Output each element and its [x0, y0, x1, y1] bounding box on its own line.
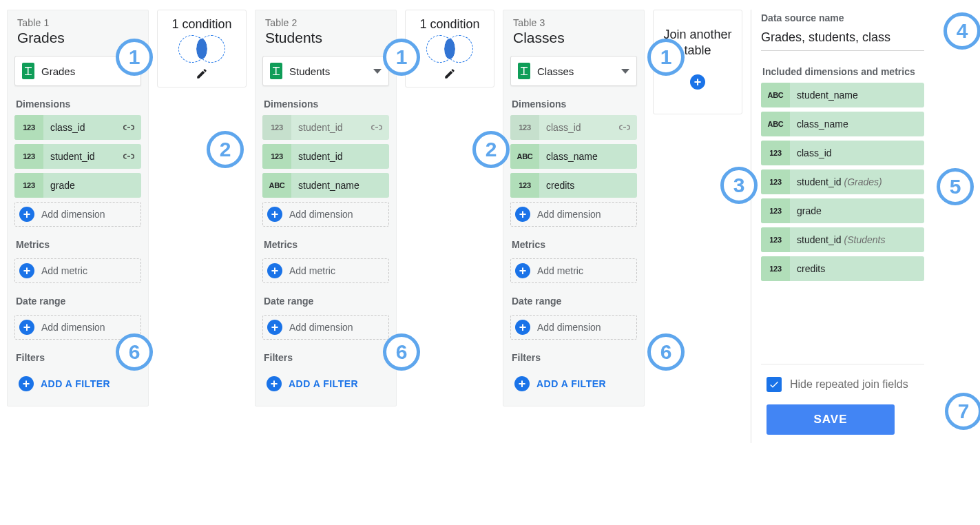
field-chip[interactable]: 123credits: [510, 173, 637, 198]
field-name: student_id (Grades): [790, 176, 924, 187]
field-type-icon: 123: [761, 256, 790, 281]
field-chip[interactable]: 123student_id: [262, 115, 389, 140]
field-chip[interactable]: 123class_id: [14, 115, 141, 140]
section-daterange: Date range: [503, 283, 644, 312]
add-row-label: Add dimension: [41, 209, 105, 220]
table-name: Classes: [513, 30, 634, 46]
field-name: student_id: [291, 151, 389, 162]
field-chip[interactable]: 123student_id: [14, 144, 141, 169]
save-button[interactable]: SAVE: [767, 404, 895, 435]
join-another-label: Join another table: [658, 27, 738, 59]
join-condition-title: 1 condition: [419, 17, 479, 32]
sheets-icon: [22, 63, 34, 79]
plus-icon: +: [515, 263, 530, 278]
add-row-label: Add dimension: [289, 322, 353, 333]
link-icon: [619, 124, 630, 131]
link-icon: [123, 153, 134, 160]
field-chip[interactable]: ABCstudent_name: [262, 173, 389, 198]
section-metrics: Metrics: [256, 227, 396, 256]
section-metrics: Metrics: [503, 227, 644, 256]
field-type-icon: ABC: [262, 173, 291, 198]
sheets-icon: [270, 63, 282, 79]
join-condition-title: 1 condition: [171, 17, 231, 32]
source-name: Classes: [537, 65, 614, 77]
add-row-label: Add dimension: [289, 209, 353, 220]
field-chip: 123student_id (Grades): [761, 169, 924, 194]
join-condition[interactable]: 1 condition: [405, 10, 494, 88]
table-name: Grades: [17, 30, 138, 46]
source-select[interactable]: Classes: [510, 56, 637, 86]
field-type-icon: 123: [761, 227, 790, 252]
table-card: Table 2StudentsStudentsDimensions123stud…: [255, 10, 397, 406]
field-name: class_name: [539, 151, 637, 162]
field-name: class_id: [790, 147, 924, 158]
add-filter-button[interactable]: +ADD A FILTER: [262, 371, 389, 396]
add-filter-label: ADD A FILTER: [536, 378, 606, 389]
section-daterange: Date range: [8, 283, 148, 312]
add-row-label: Add metric: [289, 265, 335, 276]
plus-icon: +: [267, 376, 282, 391]
edit-icon: [444, 68, 456, 80]
field-chip: 123grade: [761, 198, 924, 223]
chevron-down-icon: [621, 69, 629, 74]
add-row[interactable]: +Add metric: [510, 258, 637, 283]
source-select[interactable]: Students: [262, 56, 389, 86]
field-type-icon: 123: [761, 141, 790, 165]
section-filters: Filters: [503, 340, 644, 369]
add-filter-button[interactable]: +ADD A FILTER: [510, 371, 637, 396]
field-type-icon: 123: [510, 115, 539, 140]
section-dimensions: Dimensions: [256, 86, 396, 115]
source-name: Grades: [41, 65, 118, 77]
add-row[interactable]: +Add dimension: [262, 315, 389, 340]
add-row[interactable]: +Add dimension: [14, 315, 141, 340]
field-chip: 123credits: [761, 256, 924, 281]
field-name: student_id: [43, 151, 123, 162]
add-row[interactable]: +Add dimension: [510, 315, 637, 340]
plus-icon: +: [515, 207, 530, 222]
join-condition[interactable]: 1 condition: [157, 10, 247, 88]
add-filter-label: ADD A FILTER: [41, 378, 110, 389]
field-type-icon: 123: [14, 144, 43, 169]
add-row-label: Add dimension: [41, 322, 105, 333]
section-filters: Filters: [256, 340, 396, 369]
section-metrics: Metrics: [8, 227, 148, 256]
add-row[interactable]: +Add dimension: [510, 202, 637, 227]
datasource-name-input[interactable]: [761, 28, 924, 51]
field-name: student_name: [790, 90, 924, 101]
field-type-icon: 123: [761, 169, 790, 194]
sheets-icon: [518, 63, 530, 79]
add-row[interactable]: +Add metric: [14, 258, 141, 283]
add-row[interactable]: +Add dimension: [262, 202, 389, 227]
hide-repeated-checkbox[interactable]: Hide repeated join fields: [767, 377, 919, 392]
plus-icon: +: [690, 74, 705, 90]
add-row[interactable]: +Add dimension: [14, 202, 141, 227]
field-chip[interactable]: 123student_id: [262, 144, 389, 169]
add-row-label: Add dimension: [537, 322, 601, 333]
field-type-icon: 123: [262, 115, 291, 140]
field-chip[interactable]: 123grade: [14, 173, 141, 198]
venn-icon: [426, 34, 473, 63]
add-row-label: Add metric: [41, 265, 87, 276]
plus-icon: +: [267, 207, 282, 222]
join-another-button[interactable]: Join another table+: [653, 10, 742, 114]
field-chip: ABCstudent_name: [761, 83, 924, 107]
field-name: grade: [790, 205, 924, 216]
link-icon: [123, 124, 134, 131]
plus-icon: +: [19, 207, 34, 222]
source-select[interactable]: Grades: [14, 56, 141, 86]
datasource-name-label: Data source name: [761, 12, 924, 23]
field-type-icon: 123: [14, 173, 43, 198]
field-chip: ABCclass_name: [761, 112, 924, 136]
table-name: Students: [265, 30, 386, 46]
table-label: Table 3: [513, 17, 634, 28]
edit-icon: [196, 68, 208, 80]
hide-repeated-label: Hide repeated join fields: [790, 377, 908, 392]
add-row[interactable]: +Add metric: [262, 258, 389, 283]
plus-icon: +: [514, 376, 530, 391]
add-filter-button[interactable]: +ADD A FILTER: [14, 371, 141, 396]
field-name: student_id: [291, 122, 371, 133]
field-chip[interactable]: ABCclass_name: [510, 144, 637, 169]
field-chip: 123student_id (Students: [761, 227, 924, 252]
field-chip[interactable]: 123class_id: [510, 115, 637, 140]
source-name: Students: [289, 65, 366, 77]
